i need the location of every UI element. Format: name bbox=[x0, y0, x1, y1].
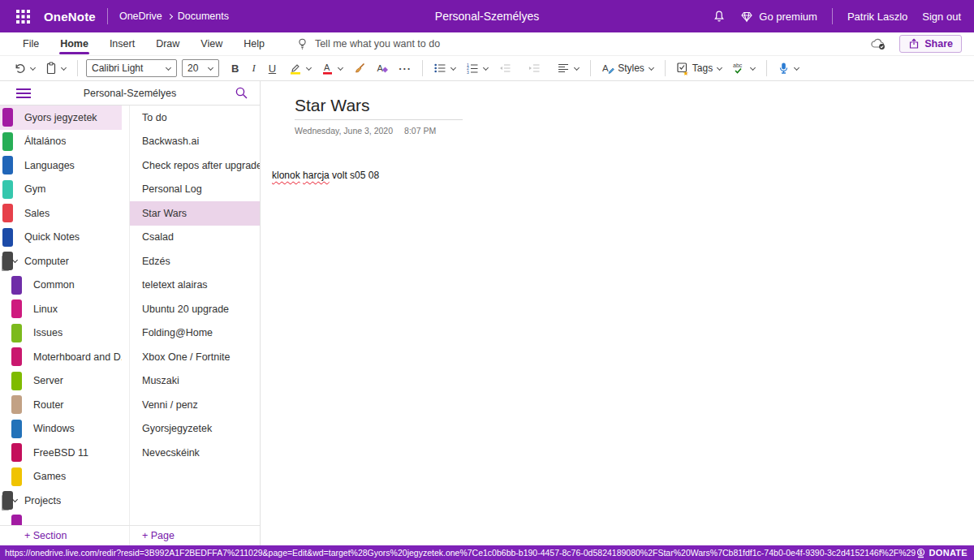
font-name-combo[interactable]: Calibri Light bbox=[86, 59, 177, 77]
tell-me-box[interactable]: Tell me what you want to do bbox=[296, 37, 440, 50]
italic-button[interactable]: I bbox=[248, 58, 259, 78]
format-painter-button[interactable] bbox=[349, 58, 370, 78]
account-button[interactable]: Patrik Laszlo bbox=[847, 11, 907, 23]
page-row[interactable]: Venni / penz bbox=[130, 393, 260, 417]
page-row[interactable]: Csalad bbox=[130, 226, 260, 250]
donate-button[interactable]: $ DONATE bbox=[916, 548, 968, 558]
section-color-tab bbox=[11, 395, 22, 414]
chevron-down-icon bbox=[794, 64, 799, 70]
undo-button[interactable] bbox=[10, 58, 40, 78]
section-row[interactable]: Projects bbox=[0, 489, 122, 513]
add-section-button[interactable]: + Section bbox=[0, 526, 130, 545]
page-date: Wednesday, June 3, 2020 bbox=[295, 126, 393, 136]
section-row[interactable]: Server bbox=[0, 369, 122, 394]
menu-item-help[interactable]: Help bbox=[233, 32, 275, 55]
app-launcher-button[interactable] bbox=[13, 6, 32, 26]
section-row[interactable]: Gyors jegyzetek bbox=[0, 106, 122, 130]
page-row[interactable]: Edzés bbox=[130, 249, 260, 274]
page-row[interactable]: Personal Log bbox=[130, 178, 260, 202]
section-expand-chevron-icon[interactable] bbox=[12, 257, 18, 263]
underline-button[interactable]: U bbox=[265, 58, 280, 78]
section-row[interactable]: Languages bbox=[0, 153, 122, 178]
menu-right: Share bbox=[870, 35, 962, 53]
decrease-indent-button[interactable] bbox=[494, 58, 515, 78]
section-color-tab bbox=[11, 299, 22, 318]
go-premium-button[interactable]: Go premium bbox=[740, 11, 817, 23]
section-row[interactable]: Általános bbox=[0, 130, 122, 154]
more-formatting-button[interactable]: ··· bbox=[394, 58, 416, 78]
page-row[interactable]: To do bbox=[130, 106, 260, 130]
highlight-color-button[interactable] bbox=[285, 58, 316, 78]
tags-button[interactable]: ★ Tags bbox=[672, 58, 726, 78]
section-row[interactable]: Windows bbox=[0, 417, 122, 442]
spellcheck-button[interactable]: abc bbox=[728, 58, 760, 78]
section-row[interactable]: Gym bbox=[0, 178, 122, 202]
page-editor[interactable]: Star Wars Wednesday, June 3, 20208:07 PM… bbox=[261, 81, 974, 545]
styles-label: Styles bbox=[618, 62, 644, 74]
sign-out-button[interactable]: Sign out bbox=[922, 11, 961, 23]
page-title[interactable]: Star Wars bbox=[295, 96, 974, 115]
share-button[interactable]: Share bbox=[899, 35, 962, 53]
breadcrumb-documents[interactable]: Documents bbox=[178, 11, 229, 22]
page-row[interactable]: Nevecskéink bbox=[130, 441, 260, 465]
section-row[interactable]: Linux bbox=[0, 297, 122, 321]
page-row[interactable]: Ubuntu 20 upgrade bbox=[130, 297, 260, 321]
section-expand-chevron-icon[interactable] bbox=[12, 497, 18, 502]
page-row[interactable]: Folding@Home bbox=[130, 321, 260, 346]
dictate-button[interactable] bbox=[774, 58, 804, 78]
page-row[interactable]: teletext alairas bbox=[130, 274, 260, 298]
status-url-link[interactable]: https://onedrive.live.com/redir?resid=3B… bbox=[5, 548, 916, 558]
section-label: Computer bbox=[24, 256, 69, 267]
section-row[interactable]: Quick Notes bbox=[0, 226, 122, 250]
page-row[interactable]: Check repos after upgrade bbox=[130, 153, 260, 178]
section-row[interactable]: Router bbox=[0, 393, 122, 417]
page-row[interactable]: Muszaki bbox=[130, 369, 260, 394]
page-row[interactable]: Star Wars bbox=[130, 201, 260, 226]
section-row[interactable]: Sales bbox=[0, 201, 122, 226]
numbered-list-button[interactable]: 1 2 3 bbox=[462, 58, 493, 78]
chevron-down-icon bbox=[717, 64, 722, 70]
section-row[interactable]: Computer bbox=[0, 249, 122, 274]
page-row[interactable]: Xbox One / Fortnite bbox=[130, 345, 260, 369]
notifications-button[interactable] bbox=[713, 10, 726, 23]
hamburger-menu-button[interactable] bbox=[16, 88, 31, 98]
section-label: Moterhboard and D... bbox=[33, 351, 122, 363]
menu-item-insert[interactable]: Insert bbox=[99, 32, 145, 55]
increase-indent-button[interactable] bbox=[524, 58, 545, 78]
section-row[interactable]: Common bbox=[0, 274, 122, 298]
paste-button[interactable] bbox=[41, 58, 71, 78]
search-button[interactable] bbox=[235, 86, 248, 100]
bold-button[interactable]: B bbox=[227, 58, 243, 78]
add-page-button[interactable]: + Page bbox=[130, 526, 175, 545]
chevron-down-icon bbox=[61, 64, 67, 70]
section-row[interactable] bbox=[0, 513, 122, 526]
go-premium-label: Go premium bbox=[759, 11, 817, 23]
section-row[interactable]: Moterhboard and D... bbox=[0, 345, 122, 369]
section-color-tab bbox=[2, 252, 13, 270]
styles-button[interactable]: A Styles bbox=[597, 58, 658, 78]
menu-item-draw[interactable]: Draw bbox=[145, 32, 190, 55]
section-row[interactable]: FreeBSD 11 bbox=[0, 441, 122, 465]
page-body-text[interactable]: klonok harcja volt s05 08 bbox=[272, 170, 974, 181]
breadcrumb[interactable]: OneDrive Documents bbox=[119, 11, 229, 22]
menu-item-home[interactable]: Home bbox=[50, 32, 99, 55]
breadcrumb-onedrive[interactable]: OneDrive bbox=[119, 11, 162, 22]
alignment-button[interactable] bbox=[553, 58, 584, 78]
section-label: Quick Notes bbox=[24, 231, 80, 243]
tell-me-label: Tell me what you want to do bbox=[315, 38, 440, 50]
section-row[interactable]: Games bbox=[0, 465, 122, 489]
save-status-icon[interactable] bbox=[870, 37, 888, 50]
clear-formatting-button[interactable]: A bbox=[372, 58, 393, 78]
page-row[interactable]: Backwash.ai bbox=[130, 130, 260, 154]
font-size-combo[interactable]: 20 bbox=[182, 59, 219, 77]
page-datetime: Wednesday, June 3, 20208:07 PM bbox=[295, 126, 974, 136]
section-row[interactable]: Issues bbox=[0, 321, 122, 346]
font-color-button[interactable]: A bbox=[317, 58, 347, 78]
menu-item-file[interactable]: File bbox=[12, 32, 50, 55]
share-label: Share bbox=[924, 38, 953, 50]
app-name[interactable]: OneNote bbox=[44, 10, 96, 24]
menu-item-view[interactable]: View bbox=[190, 32, 233, 55]
page-row[interactable]: Gyorsjegyzetek bbox=[130, 417, 260, 442]
bullet-list-button[interactable] bbox=[429, 58, 460, 78]
font-name-value: Calibri Light bbox=[92, 62, 143, 74]
